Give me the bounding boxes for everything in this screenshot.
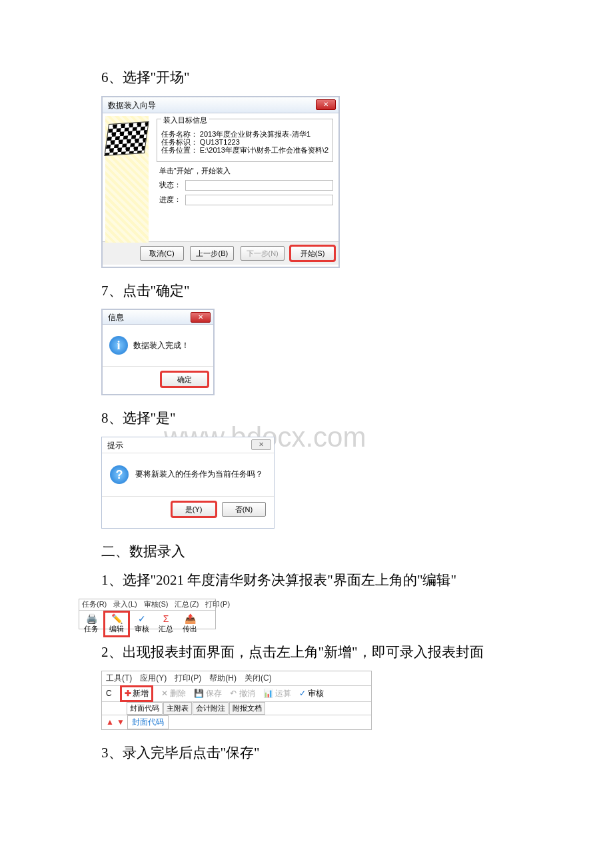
check-icon: ✓	[299, 689, 306, 698]
menu-apply[interactable]: 应用(Y)	[140, 673, 167, 684]
save-icon: 💾	[194, 689, 204, 698]
export-icon: 📤	[185, 614, 196, 623]
no-button[interactable]: 否(N)	[222, 502, 266, 517]
next-button: 下一步(N)	[241, 246, 285, 261]
status-box	[185, 180, 333, 191]
label: 保存	[206, 689, 222, 698]
menu-sum[interactable]: 汇总(Z)	[175, 599, 199, 609]
toolbar-screenshot-2: 工具(T) 应用(Y) 打印(P) 帮助(H) 关闭(C) C ✚ 新增 ✕ 删…	[101, 671, 372, 730]
info-dialog: 信息 ✕ i 数据装入完成！ 确定	[101, 309, 215, 395]
label: 任务名称：	[161, 130, 198, 138]
target-info-group: 装入目标信息 任务名称： 2013年度企业财务决算报表-清华1 任务标识： QU…	[157, 119, 333, 162]
toolbar-edit-button[interactable]: ✏️ 编辑	[103, 611, 130, 637]
prompt-message: 要将新装入的任务作为当前任务吗？	[135, 469, 263, 480]
prev-button[interactable]: 上一步(B)	[190, 246, 234, 261]
dialog-titlebar: 提示 ✕	[102, 437, 274, 453]
dialog-title: 数据装入向导	[108, 101, 156, 110]
label: 任务	[84, 624, 99, 634]
flag-icon	[105, 121, 149, 155]
value: QU13T1223	[200, 138, 240, 146]
toolbar-audit-button[interactable]: ✓ 审核	[130, 611, 154, 637]
section2-title: 二、数据录入	[101, 541, 613, 563]
tab-cover-code[interactable]: 封面代码	[127, 702, 163, 715]
start-button[interactable]: 开始(S)	[291, 246, 334, 261]
dialog-title: 信息	[108, 313, 124, 322]
progress-label: 进度：	[159, 195, 181, 205]
undo-button: ↶ 撤消	[230, 688, 255, 699]
menu-print[interactable]: 打印(P)	[205, 599, 230, 609]
value: 2013年度企业财务决算报表-清华1	[200, 130, 310, 138]
label: 审核	[308, 689, 324, 698]
menu-help[interactable]: 帮助(H)	[209, 673, 237, 684]
step2-3-text: 3、录入完毕后点击"保存"	[101, 742, 613, 765]
tab-main-table[interactable]: 主附表	[163, 702, 192, 715]
sigma-icon: Σ	[163, 614, 169, 623]
question-icon: ?	[110, 465, 129, 484]
step6-text: 6、选择"开场"	[101, 67, 613, 89]
info-message: 数据装入完成！	[133, 340, 189, 351]
delete-button: ✕ 删除	[161, 688, 186, 699]
delete-icon: ✕	[161, 689, 168, 698]
close-icon[interactable]: ✕	[191, 312, 211, 323]
dialog-title: 提示	[107, 441, 123, 450]
yes-button[interactable]: 是(Y)	[172, 502, 216, 517]
step8-text: 8、选择"是"	[101, 407, 613, 430]
edit-icon: ✏️	[111, 614, 123, 623]
calc-icon: 📊	[263, 689, 273, 698]
task-loc-row: 任务位置： E:\2013年度审计\财务工作会准备资料\2	[161, 145, 328, 155]
label: 传出	[183, 624, 197, 634]
progress-box	[185, 195, 333, 205]
step7-text: 7、点击"确定"	[101, 280, 613, 303]
label: 运算	[275, 689, 291, 698]
menu-task[interactable]: 任务(R)	[82, 599, 107, 609]
menubar: 工具(T) 应用(Y) 打印(P) 帮助(H) 关闭(C)	[102, 671, 371, 685]
label: 新增	[133, 688, 149, 699]
calc-button: 📊 运算	[263, 688, 291, 699]
menubar: 任务(R) 录入(L) 审核(S) 汇总(Z) 打印(P)	[79, 599, 215, 610]
menu-print[interactable]: 打印(P)	[175, 673, 201, 684]
wizard-sidebar-image	[105, 116, 149, 243]
arrow-up-icon[interactable]: ▲	[106, 717, 114, 727]
label: 撤消	[239, 689, 255, 698]
label: 编辑	[109, 624, 124, 634]
check-icon: ✓	[138, 614, 146, 623]
plus-icon: ✚	[125, 689, 131, 698]
ok-button[interactable]: 确定	[161, 372, 208, 387]
label: 删除	[170, 689, 186, 698]
close-icon[interactable]: ✕	[251, 439, 271, 450]
label: 审核	[135, 624, 149, 634]
label: 任务位置：	[161, 146, 198, 154]
dialog-titlebar: 信息 ✕	[103, 310, 213, 325]
value: E:\2013年度审计\财务工作会准备资料\2	[200, 146, 328, 154]
add-button[interactable]: ✚ 新增	[120, 685, 153, 702]
label: 任务标识：	[161, 138, 198, 146]
status-label: 状态：	[159, 180, 181, 190]
toolbar-screenshot-1: 任务(R) 录入(L) 审核(S) 汇总(Z) 打印(P) 🖨️ 任务 ✏️ 编…	[79, 599, 216, 629]
menu-tools[interactable]: 工具(T)	[106, 673, 132, 684]
menu-input[interactable]: 录入(L)	[113, 599, 137, 609]
task-icon: 🖨️	[86, 614, 97, 623]
group-legend: 装入目标信息	[161, 115, 209, 125]
tab-attachment[interactable]: 附报文档	[229, 702, 265, 715]
tab-notes[interactable]: 会计附注	[193, 702, 229, 715]
toolbar-export-button[interactable]: 📤 传出	[178, 611, 202, 637]
hint-text: 单击"开始"，开始装入	[157, 166, 333, 176]
cover-code-label[interactable]: 封面代码	[127, 715, 169, 729]
dialog-titlebar: 数据装入向导 ✕	[103, 97, 338, 113]
arrow-down-icon[interactable]: ▼	[117, 717, 125, 727]
menu-close[interactable]: 关闭(C)	[245, 673, 272, 684]
check-button[interactable]: ✓ 审核	[299, 688, 324, 699]
undo-icon: ↶	[230, 689, 237, 698]
toolbar-task-button[interactable]: 🖨️ 任务	[79, 611, 103, 637]
toolbar-sum-button[interactable]: Σ 汇总	[154, 611, 178, 637]
cancel-button[interactable]: 取消(C)	[140, 246, 184, 261]
spacer	[106, 707, 126, 709]
step2-1-text: 1、选择"2021 年度清华财务决算报表"界面左上角的"编辑"	[101, 569, 613, 592]
wizard-dialog: 数据装入向导 ✕ 装入目标信息 任务名称： 2013年度企业财务决算报表-清华1…	[101, 96, 340, 268]
save-button: 💾 保存	[194, 688, 222, 699]
left-c: C	[106, 689, 112, 698]
step2-2-text: 2、出现报表封面界面，点击左上角"新增"，即可录入报表封面	[101, 641, 613, 664]
label: 汇总	[159, 624, 173, 634]
close-icon[interactable]: ✕	[316, 99, 336, 110]
menu-audit[interactable]: 审核(S)	[144, 599, 169, 609]
